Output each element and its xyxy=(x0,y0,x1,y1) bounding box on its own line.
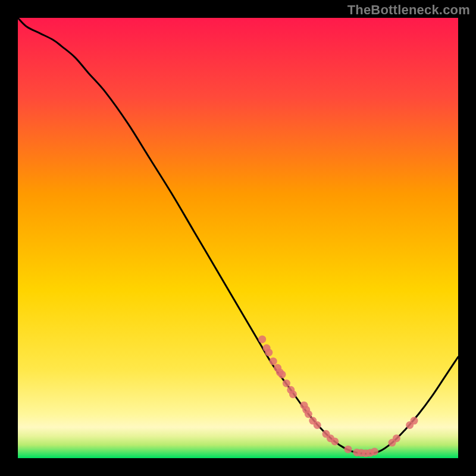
data-point xyxy=(371,447,378,455)
data-point xyxy=(289,390,297,398)
data-point xyxy=(258,336,266,343)
data-point xyxy=(278,371,286,378)
chart-frame: TheBottleneck.com xyxy=(0,0,476,476)
data-point xyxy=(393,434,400,442)
data-point xyxy=(283,380,290,387)
data-point xyxy=(314,421,321,429)
data-point xyxy=(411,417,418,425)
watermark-text: TheBottleneck.com xyxy=(347,2,470,18)
data-point xyxy=(345,446,352,453)
chart-svg xyxy=(18,18,458,458)
data-point xyxy=(331,437,339,445)
data-point xyxy=(305,411,312,418)
data-point xyxy=(270,358,277,365)
data-point xyxy=(265,349,273,356)
plot-area xyxy=(18,18,458,458)
gradient-bg xyxy=(18,18,458,458)
